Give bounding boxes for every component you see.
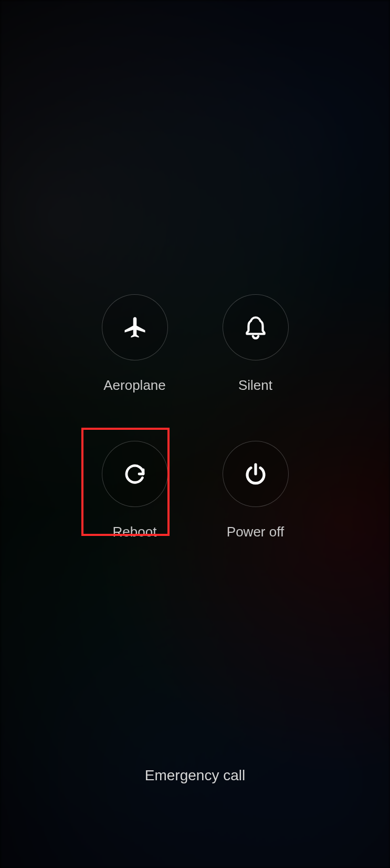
power-off-item: Power off [195,441,316,540]
aeroplane-mode-item: Aeroplane [75,294,195,394]
reboot-icon [122,461,147,487]
power-icon [243,461,268,487]
power-off-label: Power off [227,524,284,540]
reboot-button[interactable] [102,441,168,507]
reboot-item: Reboot [75,441,195,540]
silent-mode-item: Silent [195,294,316,394]
power-menu-grid: Aeroplane Silent Reboot [0,294,390,540]
airplane-icon [121,314,149,341]
aeroplane-mode-label: Aeroplane [103,377,166,394]
reboot-label: Reboot [113,524,157,540]
aeroplane-mode-button[interactable] [102,294,168,360]
silent-mode-label: Silent [238,377,272,394]
power-off-button[interactable] [223,441,289,507]
emergency-call-button[interactable]: Emergency call [0,767,390,784]
bell-icon [243,314,269,340]
silent-mode-button[interactable] [223,294,289,360]
